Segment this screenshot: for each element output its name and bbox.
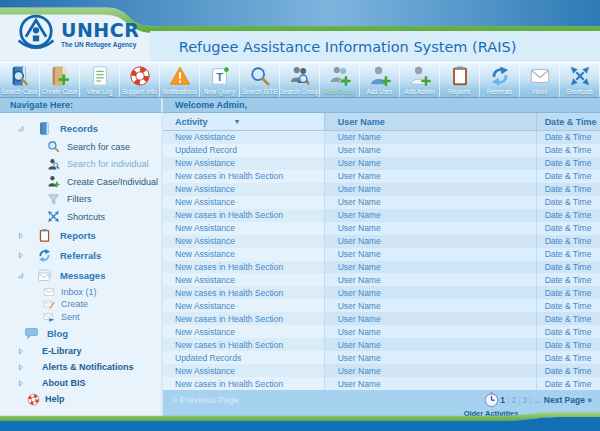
cell-activity: Updated Record (163, 144, 325, 157)
table-row[interactable]: New cases in Health SectionUser NameDate… (163, 338, 600, 351)
cell-activity: New Assistance (163, 235, 325, 248)
toolbar-shortcuts-button[interactable]: Shortcuts (560, 63, 600, 97)
cell-activity: New Assistance (163, 248, 325, 261)
sidebar-item-referrals[interactable]: Referrals (0, 246, 161, 266)
toolbar-support-info-button[interactable]: Support Info (120, 63, 160, 97)
tree-collapsed-icon[interactable] (16, 251, 25, 260)
cell-user-name: User Name (325, 286, 537, 299)
tree-expanded-icon[interactable] (16, 271, 25, 280)
tree-collapsed-icon[interactable] (16, 231, 25, 240)
table-row[interactable]: New AssistanceUser NameDate & Time (163, 299, 600, 312)
toolbar-create-case-button[interactable]: Create Case (40, 63, 80, 97)
tree-expanded-icon[interactable] (16, 124, 25, 133)
cell-date-time: Date & Time (537, 299, 600, 312)
cell-date-time: Date & Time (537, 338, 600, 351)
sidebar-item-search-for-case[interactable]: Search for case (0, 138, 161, 156)
lifebuoy-icon (27, 393, 40, 406)
cell-activity: New cases in Health Section (163, 312, 325, 325)
toolbar-label: Notifications (162, 88, 196, 95)
table-row[interactable]: Updated RecordsUser NameDate & Time (163, 351, 600, 364)
sidebar-item-alerts-notifications[interactable]: Alerts & Notifications (0, 359, 161, 375)
toolbar-label: Search SITE (242, 88, 278, 95)
sidebar-item-inbox-1[interactable]: Inbox (1) (0, 286, 161, 299)
table-row[interactable]: New AssistanceUser NameDate & Time (163, 235, 600, 248)
toolbar-inbox-button[interactable]: Inbox (520, 63, 560, 97)
toolbar-search-site-button[interactable]: Search SITE (240, 63, 280, 97)
toolbar-label: Create Case (42, 88, 77, 95)
sidebar-item-about-bis[interactable]: About BIS (0, 375, 161, 391)
table-row[interactable]: New AssistanceUser NameDate & Time (163, 325, 600, 338)
cell-user-name: User Name (325, 325, 537, 338)
toolbar-view-log-button[interactable]: View Log (80, 63, 120, 97)
sidebar-item-records[interactable]: Records (0, 118, 161, 138)
table-row[interactable]: New cases in Health SectionUser NameDate… (163, 209, 600, 222)
sidebar-item-label: Help (45, 394, 65, 404)
cell-activity: New cases in Health Section (163, 209, 325, 222)
cell-user-name: User Name (325, 248, 537, 261)
toolbar-label: Add Admin (404, 88, 434, 95)
toolbar-search-group-button[interactable]: Search Group (280, 63, 320, 97)
table-row[interactable]: New AssistanceUser NameDate & Time (163, 131, 600, 144)
column-header-activity[interactable]: Activity ▼ (163, 113, 325, 130)
toolbar-label: Search Case (1, 88, 37, 95)
body: RecordsSearch for caseSearch for individ… (0, 113, 600, 417)
toolbar-add-user-button[interactable]: Add User (360, 63, 400, 97)
next-page-link[interactable]: Next Page » (544, 395, 592, 405)
cell-activity: New Assistance (163, 131, 325, 144)
sidebar-item-create[interactable]: Create (0, 298, 161, 311)
toolbar-add-admin-button[interactable]: Add Admin (400, 63, 440, 97)
unhcr-logo: UNHCR The UN Refugee Agency (14, 11, 139, 57)
sidebar-item-sent[interactable]: Sent (0, 311, 161, 324)
sidebar-item-label: Alerts & Notifications (42, 362, 134, 372)
table-row[interactable]: New cases in Health SectionUser NameDate… (163, 286, 600, 299)
table-row[interactable]: New AssistanceUser NameDate & Time (163, 248, 600, 261)
tree-collapsed-icon[interactable] (16, 347, 25, 356)
table-row[interactable]: New AssistanceUser NameDate & Time (163, 157, 600, 170)
older-activities-button[interactable]: Older Activities (460, 391, 522, 418)
cell-user-name: User Name (325, 377, 537, 390)
table-row[interactable]: New AssistanceUser NameDate & Time (163, 222, 600, 235)
sidebar-item-search-for-individual[interactable]: Search for individual (0, 156, 161, 174)
column-header-user-name[interactable]: User Name (325, 113, 537, 130)
sidebar-item-label: Reports (60, 230, 96, 241)
toolbar-add-group-button[interactable]: Add Group (320, 63, 360, 97)
toolbar-search-case-button[interactable]: Search Case (0, 63, 40, 97)
cell-date-time: Date & Time (537, 235, 600, 248)
sidebar-item-reports[interactable]: Reports (0, 226, 161, 246)
toolbar-reports-button[interactable]: Reports (440, 63, 480, 97)
sidebar-item-help[interactable]: Help (0, 391, 161, 407)
table-row[interactable]: New cases in Health SectionUser NameDate… (163, 377, 600, 390)
table-row[interactable]: New cases in Health SectionUser NameDate… (163, 170, 600, 183)
tree-collapsed-icon[interactable] (16, 379, 25, 388)
tree-collapsed-icon[interactable] (16, 363, 25, 372)
cell-activity: New cases in Health Section (163, 377, 325, 390)
cell-user-name: User Name (325, 364, 537, 377)
svg-text:T: T (216, 71, 223, 83)
sidebar-item-create-case-individual[interactable]: Create Case/Individual (0, 173, 161, 191)
sidebar-item-blog[interactable]: Blog (0, 323, 161, 343)
column-header-date-time[interactable]: Date & Time (537, 113, 600, 130)
cell-activity: New cases in Health Section (163, 170, 325, 183)
table-row[interactable]: New AssistanceUser NameDate & Time (163, 196, 600, 209)
toolbar-referrals-button[interactable]: Referrals (480, 63, 520, 97)
table-row[interactable]: New AssistanceUser NameDate & Time (163, 273, 600, 286)
table-row[interactable]: New AssistanceUser NameDate & Time (163, 364, 600, 377)
table-footer: « Previous Page 1|2|3|...Next Page » Old… (163, 390, 600, 417)
page-link-3[interactable]: 3 (523, 395, 528, 405)
cell-date-time: Date & Time (537, 364, 600, 377)
table-row[interactable]: New AssistanceUser NameDate & Time (163, 183, 600, 196)
table-row[interactable]: New cases in Health SectionUser NameDate… (163, 312, 600, 325)
sidebar-item-filters[interactable]: Filters (0, 191, 161, 209)
envelope-icon (529, 65, 551, 87)
sidebar-item-shortcuts[interactable]: Shortcuts (0, 208, 161, 226)
sidebar-item-label: Search for case (67, 142, 130, 152)
table-row[interactable]: Updated RecordUser NameDate & Time (163, 144, 600, 157)
cell-date-time: Date & Time (537, 351, 600, 364)
sidebar-item-e-library[interactable]: E-Library (0, 343, 161, 359)
previous-page-link[interactable]: « Previous Page (173, 395, 239, 405)
toolbar-notifications-button[interactable]: Notifications (160, 63, 200, 97)
cell-date-time: Date & Time (537, 286, 600, 299)
table-row[interactable]: New cases in Health SectionUser NameDate… (163, 261, 600, 274)
toolbar-new-query-button[interactable]: TNew Query (200, 63, 240, 97)
sidebar-item-messages[interactable]: Messages (0, 266, 161, 286)
